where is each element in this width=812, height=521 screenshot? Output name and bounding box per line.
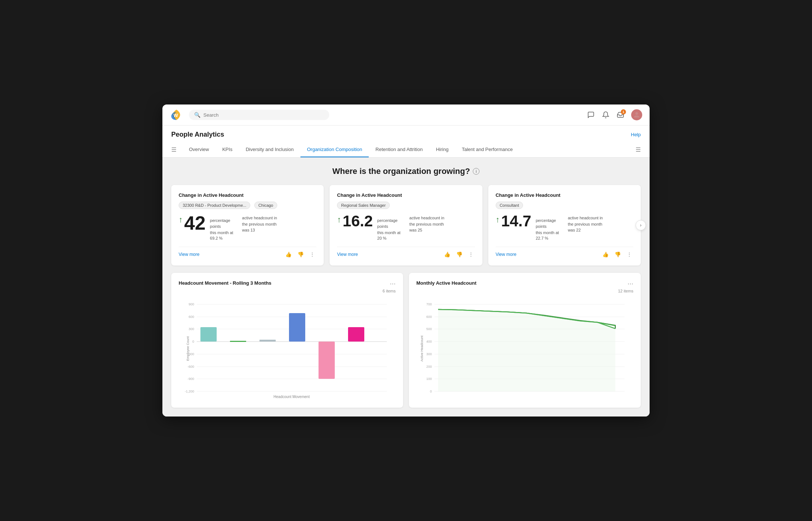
card-1-view-more[interactable]: View more	[179, 252, 199, 257]
search-input[interactable]	[203, 112, 324, 118]
bar-x-label: Headcount Movement	[273, 395, 310, 399]
card-3-arrow: ↑	[496, 216, 500, 224]
card-1-value: 42	[184, 213, 206, 233]
bar-chart-container: Employee Count	[179, 297, 396, 400]
help-link[interactable]: Help	[631, 132, 641, 137]
card-1-pct-label: percentage points this month at 69.2 %	[210, 218, 238, 241]
card-2-more[interactable]: ⋮	[467, 251, 475, 258]
workday-logo[interactable]: W	[170, 108, 183, 121]
card-1-tag-2: Chicago	[254, 202, 277, 209]
inbox-badge: 1	[621, 109, 626, 114]
card-3-metric: ↑ 14.7 percentage points this month at 2…	[496, 213, 633, 241]
card-3-view-more[interactable]: View more	[496, 252, 516, 257]
bar-chart-header: Headcount Movement - Rolling 3 Months ⋯	[179, 280, 396, 287]
card-3-pct-label: percentage points this month at 22.7 %	[536, 218, 563, 241]
svg-text:600: 600	[426, 315, 432, 319]
card-1-tag-1: 32300 R&D - Product Developme...	[179, 202, 250, 209]
tab-retention[interactable]: Retention and Attrition	[369, 142, 429, 157]
tab-hiring[interactable]: Hiring	[429, 142, 455, 157]
svg-text:-1,200: -1,200	[185, 390, 194, 393]
card-1-actions: 👍 👎 ⋮	[284, 251, 316, 258]
bar-chart-svg: Employee Count	[179, 297, 396, 400]
card-2-title: Change in Active Headcount	[337, 192, 475, 198]
inbox-icon[interactable]: 1	[616, 111, 625, 119]
svg-text:-600: -600	[187, 365, 194, 369]
line-chart-card: Monthly Active Headcount ⋯ 12 items Acti…	[409, 273, 641, 408]
card-1-active-label: active headcount in the previous month w…	[242, 215, 279, 241]
filter-icon[interactable]: ☰	[171, 146, 176, 153]
bell-icon[interactable]	[602, 111, 610, 119]
svg-text:300: 300	[426, 352, 432, 356]
line-chart-header: Monthly Active Headcount ⋯	[416, 280, 633, 287]
bar-4	[289, 313, 305, 342]
bar-chart-count: 6 items	[179, 289, 396, 293]
svg-text:100: 100	[426, 377, 432, 381]
bar-6	[348, 327, 364, 342]
card-2-metric: ↑ 16.2 percentage points this month at 2…	[337, 213, 475, 241]
tab-bar: ☰ Overview KPIs Diversity and Inclusion …	[162, 142, 650, 158]
card-2-arrow: ↑	[337, 216, 341, 224]
card-3-title: Change in Active Headcount	[496, 192, 633, 198]
tab-overview[interactable]: Overview	[182, 142, 216, 157]
card-2-tag-1: Regional Sales Manager	[337, 202, 389, 209]
svg-text:0: 0	[430, 390, 432, 393]
card-2-value: 16.2	[343, 213, 373, 229]
card-3-value: 14.7	[501, 213, 531, 229]
svg-text:300: 300	[189, 327, 194, 331]
card-2-active-label: active headcount in the previous month w…	[409, 215, 446, 241]
search-bar: 🔍	[189, 110, 329, 120]
svg-text:900: 900	[189, 302, 194, 306]
line-chart-title: Monthly Active Headcount	[416, 280, 476, 286]
tab-menu-icon[interactable]: ☰	[636, 146, 641, 153]
card-3-actions: 👍 👎 ⋮	[601, 251, 633, 258]
card-3-like[interactable]: 👍	[601, 251, 610, 258]
tab-talent[interactable]: Talent and Performance	[455, 142, 519, 157]
svg-text:400: 400	[426, 340, 432, 343]
card-3-footer: View more 👍 👎 ⋮	[496, 247, 633, 258]
page-title: People Analytics	[171, 131, 224, 138]
line-chart-count: 12 items	[416, 289, 633, 293]
svg-text:600: 600	[189, 315, 194, 319]
svg-text:700: 700	[426, 302, 432, 306]
bar-chart-menu[interactable]: ⋯	[390, 280, 396, 287]
card-1-metric: ↑ 42 percentage points this month at 69.…	[179, 213, 316, 241]
charts-row: Headcount Movement - Rolling 3 Months ⋯ …	[171, 273, 641, 408]
card-2-like[interactable]: 👍	[443, 251, 452, 258]
search-icon: 🔍	[194, 112, 200, 118]
bar-1	[200, 327, 217, 342]
card-1-like[interactable]: 👍	[284, 251, 293, 258]
line-chart-menu[interactable]: ⋯	[627, 280, 633, 287]
chat-icon[interactable]	[587, 111, 595, 119]
app-window: W 🔍	[162, 104, 650, 417]
section-title-text: Where is the organization growing?	[333, 167, 470, 176]
card-2-actions: 👍 👎 ⋮	[443, 251, 475, 258]
avatar[interactable]	[631, 109, 642, 120]
tab-kpis[interactable]: KPIs	[216, 142, 239, 157]
card-1-dislike[interactable]: 👎	[296, 251, 305, 258]
line-chart-svg: Active Headcount 700 600 500 400 300	[416, 297, 633, 400]
card-2-dislike[interactable]: 👎	[455, 251, 464, 258]
tab-diversity[interactable]: Diversity and Inclusion	[239, 142, 300, 157]
card-2-footer: View more 👍 👎 ⋮	[337, 247, 475, 258]
topbar: W 🔍	[162, 104, 650, 126]
card-3-active-label: active headcount in the previous month w…	[568, 215, 605, 241]
bar-2	[230, 341, 246, 342]
tab-org-composition[interactable]: Organization Composition	[300, 142, 369, 157]
cards-next-arrow[interactable]: ›	[636, 220, 646, 230]
info-icon[interactable]: i	[473, 168, 479, 175]
card-1-more[interactable]: ⋮	[308, 251, 316, 258]
svg-text:500: 500	[426, 327, 432, 331]
card-1-arrow: ↑	[179, 216, 183, 224]
cards-row: Change in Active Headcount 32300 R&D - P…	[171, 185, 641, 265]
card-3-dislike[interactable]: 👎	[613, 251, 622, 258]
section-title-row: Where is the organization growing? i	[171, 167, 641, 176]
line-y-label: Active Headcount	[420, 335, 424, 361]
svg-text:200: 200	[426, 365, 432, 369]
svg-point-1	[635, 112, 638, 115]
card-2: Change in Active Headcount Regional Sale…	[330, 185, 482, 265]
card-3-tag-1: Consultant	[496, 202, 523, 209]
card-3-more[interactable]: ⋮	[625, 251, 633, 258]
card-1-footer: View more 👍 👎 ⋮	[179, 247, 316, 258]
card-2-view-more[interactable]: View more	[337, 252, 358, 257]
topbar-right: 1	[587, 109, 642, 120]
